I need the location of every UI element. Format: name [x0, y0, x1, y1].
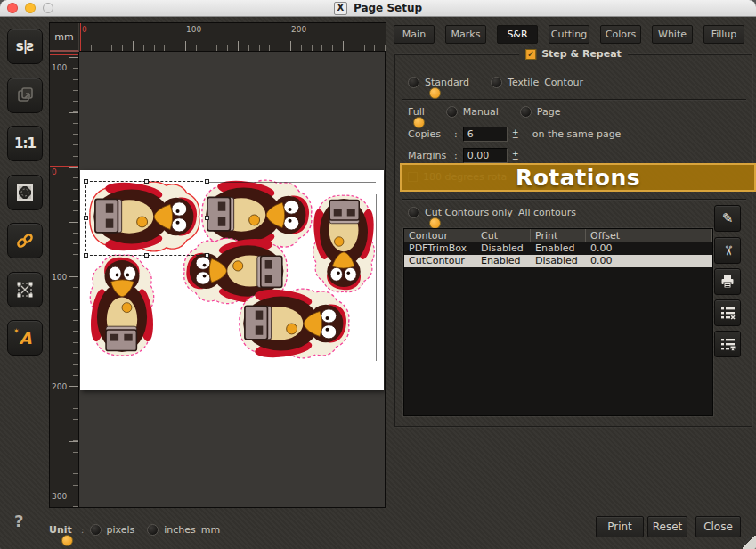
fit-view-icon	[15, 183, 35, 202]
annotate-star-icon: ✶	[13, 327, 20, 335]
link-button[interactable]	[7, 223, 43, 258]
radio-manual-label: Manual	[463, 106, 499, 118]
print-contour-button[interactable]	[714, 268, 741, 295]
radio-unit-inches[interactable]	[147, 524, 159, 536]
contour-table: Contour Cut Print Offset PDFTrimBox Disa…	[403, 228, 713, 416]
radio-cut-contours-only[interactable]	[408, 207, 419, 218]
radio-contour-label: Contour	[544, 77, 583, 88]
copies-bounds-line-top	[207, 182, 376, 183]
help-icon[interactable]: ?	[14, 512, 23, 530]
radio-full-label: Full	[408, 106, 425, 118]
radio-unit-mm[interactable]	[61, 535, 73, 546]
preview-canvas: mm 0 100 200 100 0 100 200 300	[49, 22, 386, 508]
page-setup-window: X Page Setup s|s 1:1	[0, 0, 756, 549]
rotations-highlight-banner: Rotations	[400, 163, 756, 192]
tab-cutting[interactable]: Cutting	[549, 25, 589, 44]
margins-spinner[interactable]: +−	[511, 151, 520, 161]
close-window-button[interactable]	[7, 3, 18, 13]
place-image-icon	[16, 86, 34, 104]
transform-frame-icon	[15, 280, 35, 299]
list-print-icon	[720, 337, 736, 351]
margins-label: Margins	[408, 150, 449, 161]
tab-main[interactable]: Main	[394, 25, 435, 44]
tab-sr[interactable]: S&R	[497, 25, 538, 44]
close-button[interactable]: Close	[695, 516, 741, 537]
radio-unit-mm-label: mm	[201, 524, 220, 536]
list-delete-icon	[720, 306, 736, 320]
copies-suffix: on the same page	[532, 128, 622, 140]
edit-pencil-icon: ✎	[722, 212, 734, 225]
tab-marks[interactable]: Marks	[445, 25, 486, 44]
reset-button[interactable]: Reset	[647, 516, 687, 537]
ruler-unit-badge: mm	[50, 23, 79, 52]
print-button[interactable]: Print	[596, 516, 644, 537]
copies-label: Copies	[408, 128, 449, 140]
radio-contour[interactable]	[429, 87, 441, 99]
fit-view-button[interactable]	[7, 175, 43, 210]
document-page[interactable]	[80, 170, 384, 390]
radio-standard[interactable]	[408, 77, 419, 88]
step-repeat-checkbox[interactable]: ✓	[525, 49, 536, 60]
step-repeat-groupbox: ✓ Step & Repeat Standard Textile Contour…	[394, 54, 752, 427]
step-repeat-legend: Step & Repeat	[541, 48, 622, 60]
mirror-text-button[interactable]: s|s	[7, 29, 43, 64]
radio-unit-pixels-label: pixels	[107, 524, 135, 536]
unit-selector: Unit : pixels inches mm	[49, 524, 220, 536]
cut-list-button[interactable]	[714, 299, 741, 326]
penguin-sticker-3[interactable]	[312, 195, 377, 292]
mirror-text-icon: s|s	[16, 38, 34, 54]
radio-standard-label: Standard	[425, 77, 469, 88]
tab-colors[interactable]: Colors	[600, 25, 641, 44]
annotate-icon: A	[20, 329, 31, 348]
window-title: Page Setup	[354, 2, 422, 14]
radio-manual[interactable]	[446, 106, 458, 118]
radio-textile[interactable]	[491, 77, 502, 88]
copies-bounds-line-right	[376, 194, 377, 361]
penguin-sticker-6[interactable]	[240, 287, 349, 361]
radio-textile-label: Textile	[508, 77, 539, 88]
tab-white[interactable]: White	[652, 25, 693, 44]
edit-contour-button[interactable]: ✎	[714, 205, 741, 232]
unit-label: Unit	[49, 524, 72, 536]
settings-tab-bar: Main Marks S&R Cutting Colors White Fill…	[394, 25, 744, 44]
copies-input[interactable]	[463, 127, 508, 142]
zoom-window-button[interactable]	[43, 3, 53, 13]
radio-page[interactable]	[520, 106, 532, 118]
radio-page-label: Page	[537, 106, 561, 118]
vertical-ruler: 100 0 100 200 300	[50, 52, 79, 507]
penguin-sticker-4[interactable]	[88, 255, 156, 356]
x11-logo-icon: X	[334, 2, 347, 15]
selection-box[interactable]	[85, 181, 207, 256]
table-row-selected[interactable]: CutContour Enabled Disabled 0.00	[404, 255, 712, 267]
transform-frame-button[interactable]	[7, 272, 43, 307]
cut-button[interactable]: ✂	[714, 237, 741, 264]
horizontal-ruler: 0 100 200	[79, 23, 386, 52]
divider	[402, 99, 746, 100]
table-row[interactable]: PDFTrimBox Disabled Enabled 0.00	[404, 242, 712, 255]
printer-icon	[720, 274, 735, 289]
annotate-button[interactable]: ✶ A	[7, 320, 43, 356]
contour-table-header: Contour Cut Print Offset	[404, 229, 712, 242]
radio-all-contours-label: All contours	[518, 207, 576, 218]
link-icon	[15, 231, 35, 250]
scissors-icon: ✂	[720, 245, 734, 257]
titlebar: X Page Setup	[0, 0, 756, 17]
radio-unit-pixels[interactable]	[90, 524, 102, 536]
print-list-button[interactable]	[714, 331, 741, 357]
minimize-window-button[interactable]	[25, 3, 36, 13]
tab-fillup[interactable]: Fillup	[703, 25, 744, 44]
rotations-banner-text: Rotations	[516, 165, 640, 191]
margins-input[interactable]	[463, 148, 508, 163]
place-image-button[interactable]	[7, 78, 43, 113]
radio-cut-contours-only-label: Cut Contours only	[425, 207, 513, 218]
resize-grip[interactable]	[743, 536, 756, 549]
actual-size-icon: 1:1	[14, 135, 36, 152]
radio-unit-inches-label: inches	[164, 524, 196, 536]
copies-spinner[interactable]: +−	[511, 129, 520, 140]
actual-size-button[interactable]: 1:1	[7, 126, 43, 161]
document-viewport[interactable]	[79, 52, 385, 507]
divider	[402, 199, 746, 200]
